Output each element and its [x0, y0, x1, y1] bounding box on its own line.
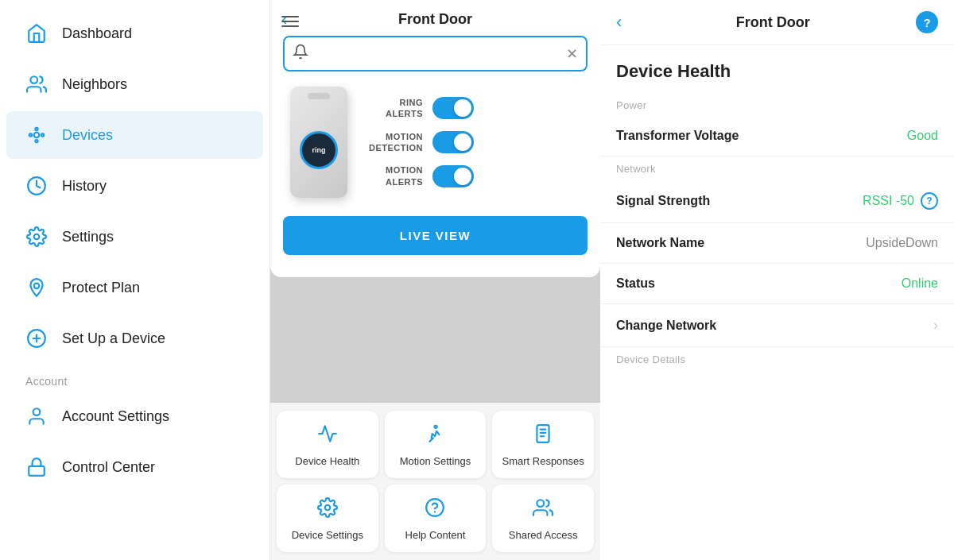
change-network-row[interactable]: Change Network ›	[600, 304, 954, 347]
account-settings-icon	[25, 405, 48, 427]
svg-point-3	[35, 140, 37, 142]
help-icon	[425, 497, 445, 523]
network-name-row: Network Name UpsideDown	[600, 223, 954, 264]
grid-item-motion-settings[interactable]: Motion Settings	[385, 411, 487, 478]
sidebar-item-label: Neighbors	[62, 76, 127, 93]
transformer-voltage-label: Transformer Voltage	[616, 129, 907, 143]
right-help-button[interactable]: ?	[916, 11, 938, 33]
chevron-right-icon: ›	[933, 317, 938, 334]
grid-item-label: Device Settings	[292, 529, 363, 543]
grid-item-label: Smart Responses	[502, 455, 584, 469]
svg-point-8	[34, 284, 40, 289]
run-icon	[425, 423, 445, 449]
change-network-label: Change Network	[616, 319, 927, 333]
account-section-label: Account	[0, 364, 270, 391]
motion-detection-toggle[interactable]	[432, 131, 474, 153]
device-card-title: Front Door	[398, 11, 472, 28]
motion-alerts-toggle-row: MOTIONALERTS	[367, 164, 474, 187]
clear-icon[interactable]: ✕	[566, 45, 578, 63]
device-image: ring	[290, 87, 347, 198]
motion-alerts-toggle[interactable]	[432, 165, 474, 187]
device-details-sub-label: Device Details	[600, 347, 954, 370]
device-camera-ring: ring	[300, 131, 338, 169]
sidebar-item-neighbors[interactable]: Neighbors	[6, 60, 263, 108]
grid-item-device-health[interactable]: Device Health	[277, 411, 378, 478]
signal-strength-row: Signal Strength RSSI -50 ?	[600, 180, 954, 223]
svg-point-0	[30, 76, 37, 83]
signal-strength-value: RSSI -50	[863, 194, 914, 208]
device-card-header: ‹ Front Door	[270, 0, 600, 36]
power-sub-label: Power	[600, 93, 954, 116]
search-input[interactable]	[315, 47, 566, 61]
sidebar-item-label: History	[62, 178, 107, 195]
ring-logo: ring	[312, 146, 326, 154]
right-back-button[interactable]: ‹	[616, 12, 622, 33]
svg-point-7	[34, 234, 40, 240]
devices-icon	[25, 124, 48, 146]
ring-alerts-label: RING ALERTS	[367, 97, 423, 120]
transformer-voltage-row: Transformer Voltage Good	[600, 116, 954, 156]
add-device-icon	[25, 327, 48, 350]
grid-item-shared-access[interactable]: Shared Access	[492, 485, 594, 552]
ring-alerts-toggle[interactable]	[432, 97, 474, 119]
signal-strength-label: Signal Strength	[616, 194, 863, 208]
svg-point-5	[41, 133, 44, 136]
bottom-grid-area: Device Health Motion Settings Smart Resp…	[270, 403, 600, 560]
svg-point-4	[29, 133, 32, 136]
activity-icon	[317, 423, 338, 449]
sidebar-item-label: Protect Plan	[62, 280, 140, 296]
right-panel: ‹ Front Door ? Device Health Power Trans…	[600, 0, 954, 560]
device-card: ‹ Front Door ✕ ring	[270, 0, 600, 277]
sidebar-item-label: Control Center	[62, 459, 155, 476]
network-name-label: Network Name	[616, 236, 866, 250]
grid-item-label: Motion Settings	[400, 455, 471, 469]
svg-point-22	[537, 500, 545, 507]
svg-point-2	[35, 128, 37, 130]
transformer-voltage-value: Good	[907, 129, 938, 143]
toggles-column: RING ALERTS MOTIONDETECTION MOTIONALERTS	[367, 97, 474, 187]
sidebar-item-label: Settings	[62, 229, 114, 245]
search-bar[interactable]: ✕	[283, 36, 588, 71]
sidebar-item-control-center[interactable]: Control Center	[6, 443, 263, 491]
history-icon	[25, 175, 48, 197]
svg-point-12	[33, 408, 41, 415]
grid-item-help-content[interactable]: Help Content	[385, 485, 487, 552]
sidebar-item-set-up-device[interactable]: Set Up a Device	[6, 315, 263, 362]
grid-item-smart-responses[interactable]: Smart Responses	[492, 411, 594, 478]
sidebar-item-label: Dashboard	[62, 25, 132, 42]
right-panel-header: ‹ Front Door ?	[600, 0, 954, 45]
status-label: Status	[616, 276, 902, 291]
sidebar-item-devices[interactable]: Devices	[6, 111, 263, 159]
grid-item-label: Device Health	[295, 455, 359, 469]
gear-icon	[317, 497, 338, 523]
sidebar-item-dashboard[interactable]: Dashboard	[6, 10, 263, 57]
hamburger-line	[281, 16, 299, 17]
svg-point-14	[435, 426, 437, 428]
network-sub-label: Network	[600, 156, 954, 180]
device-row: ring RING ALERTS MOTIONDETECTION MOTIONA…	[270, 83, 600, 210]
grid-item-label: Shared Access	[509, 529, 578, 543]
signal-strength-help-button[interactable]: ?	[921, 192, 938, 210]
sidebar-item-protect-plan[interactable]: Protect Plan	[6, 264, 263, 311]
motion-detection-label: MOTIONDETECTION	[367, 131, 423, 154]
ring-alerts-toggle-row: RING ALERTS	[367, 97, 474, 120]
device-image-wrap: ring	[283, 83, 355, 202]
right-panel-title: Front Door	[630, 14, 916, 31]
protect-plan-icon	[25, 276, 48, 299]
settings-icon	[25, 226, 48, 248]
bell-icon	[293, 44, 308, 64]
network-name-value: UpsideDown	[866, 236, 938, 250]
status-value: Online	[902, 276, 938, 291]
sidebar-item-label: Account Settings	[62, 408, 169, 425]
control-center-icon	[25, 456, 48, 478]
hamburger-menu[interactable]	[281, 16, 299, 27]
live-view-button[interactable]: LIVE VIEW	[283, 216, 588, 255]
sidebar-item-history[interactable]: History	[6, 162, 263, 210]
hamburger-line	[281, 25, 299, 27]
device-top	[308, 93, 330, 99]
sidebar-item-account-settings[interactable]: Account Settings	[6, 392, 263, 440]
grid-item-device-settings[interactable]: Device Settings	[277, 485, 378, 552]
svg-point-1	[34, 133, 40, 138]
motion-detection-toggle-row: MOTIONDETECTION	[367, 131, 474, 154]
sidebar-item-settings[interactable]: Settings	[6, 213, 263, 261]
